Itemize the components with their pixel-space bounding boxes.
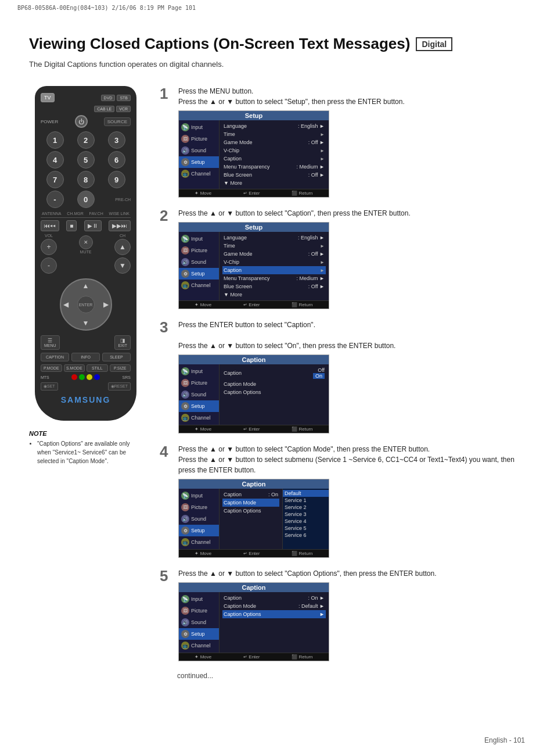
stop-button[interactable]: ■ xyxy=(66,220,77,231)
step-3-number: 3 xyxy=(160,320,171,335)
steps-area: 1 Press the MENU button.Press the ▲ or ▼… xyxy=(160,86,525,680)
srs-label: SRS xyxy=(123,375,131,379)
s3-captionoptions: Caption Options xyxy=(222,388,326,396)
num-9-button[interactable]: 9 xyxy=(108,171,125,188)
s2-bluescreen: Blue Screen: Off ► xyxy=(222,282,326,291)
sleep-button[interactable]: SLEEP xyxy=(102,353,131,361)
s2-channel-icon: 📺 xyxy=(181,281,189,289)
menu-button[interactable]: ☰ MENU xyxy=(41,335,60,350)
num-5-button[interactable]: 5 xyxy=(77,151,95,169)
step-1-menu-header: Setup xyxy=(179,111,329,120)
reset-button[interactable]: ◉RESET xyxy=(108,382,131,390)
rew-button[interactable]: ⏮◀◀ xyxy=(41,220,59,231)
exit-button[interactable]: ◨ EXIT xyxy=(114,335,131,350)
s3-channel-icon: 📺 xyxy=(181,414,189,422)
smode-button[interactable]: S.MODE xyxy=(64,364,85,372)
num-4-button[interactable]: 4 xyxy=(46,151,64,169)
s4-caption: Caption: On xyxy=(222,490,279,499)
step-2: 2 Press the ▲ or ▼ button to select "Cap… xyxy=(160,208,525,309)
s3-picture-icon: 🖼 xyxy=(181,379,189,387)
s5-picture-icon: 🖼 xyxy=(181,607,189,615)
s5-captionmode: Caption Mode: Default ► xyxy=(222,602,326,610)
s4-sound: 🔊 Sound xyxy=(179,513,219,525)
s2-vchip: V-Chip► xyxy=(222,258,326,266)
mts-label: MTS xyxy=(41,375,49,379)
dpad: ▲ ▼ ◀ ▶ ENTER xyxy=(60,278,112,331)
service-4: Service 4 xyxy=(283,518,329,525)
s5-caption: Caption: On ► xyxy=(222,594,326,602)
set-button[interactable]: ◉SET xyxy=(41,382,58,390)
s3-on: On xyxy=(313,373,325,379)
page-footer: English - 101 xyxy=(484,736,525,744)
menu-vchip: V-Chip► xyxy=(222,146,326,155)
step-5: 5 Press the ▲ or ▼ button to select "Cap… xyxy=(160,568,525,661)
menu-gamemode: Game Mode: Off ► xyxy=(222,138,326,146)
chmgr-label: CH.MGR xyxy=(67,212,83,216)
enter-button[interactable]: ENTER xyxy=(77,296,95,313)
red-button[interactable] xyxy=(71,374,77,380)
remote-control: TV DVD STB CAB LE VCR POWER ⏻ xyxy=(35,86,136,421)
num-3-button[interactable]: 3 xyxy=(108,131,125,149)
num-0-button[interactable]: 0 xyxy=(77,191,95,208)
green-button[interactable] xyxy=(79,374,85,380)
s2-picture: 🖼 Picture xyxy=(179,245,219,256)
mute-button[interactable]: ✕ xyxy=(79,235,93,249)
ch-down-button[interactable]: ▼ xyxy=(114,257,131,274)
s5-channel: 📺 Channel xyxy=(179,640,219,651)
num-8-button[interactable]: 8 xyxy=(77,171,95,188)
s4-input: 📡 Input xyxy=(179,490,219,501)
s2-more: ▼ More xyxy=(222,291,326,299)
ff-button[interactable]: ▶▶⏭ xyxy=(109,220,131,231)
ch-up-button[interactable]: ▲ xyxy=(114,239,131,255)
s5-captionoptions: Caption Options► xyxy=(222,610,326,618)
num-1-button[interactable]: 1 xyxy=(46,131,64,149)
s4-channel-icon: 📺 xyxy=(181,538,189,546)
vol-down-button[interactable]: - xyxy=(41,257,57,274)
tv-button[interactable]: TV xyxy=(41,93,55,102)
step-3-menu-footer: ✦ Move↵ Enter⬛ Return xyxy=(179,425,329,433)
s3-caption-item: Caption Off On xyxy=(222,366,326,380)
step-3-sidebar: 📡 Input 🖼 Picture 🔊 Sound xyxy=(179,364,220,425)
pmode-button[interactable]: P.MODE xyxy=(41,364,62,372)
power-label: POWER xyxy=(41,119,58,124)
still-button[interactable]: STILL xyxy=(87,364,108,372)
vol-up-button[interactable]: + xyxy=(41,239,57,255)
num-2-button[interactable]: 2 xyxy=(77,131,95,149)
vcr-button[interactable]: VCR xyxy=(116,106,131,112)
s2-caption: Caption► xyxy=(222,266,326,274)
num-7-button[interactable]: 7 xyxy=(46,171,64,188)
dpad-down-button[interactable]: ▼ xyxy=(82,319,89,327)
menu-time: Time► xyxy=(222,130,326,138)
yellow-button[interactable] xyxy=(87,374,92,380)
play-pause-button[interactable]: ▶⏸ xyxy=(84,220,102,231)
s4-captionmode: Caption Mode xyxy=(222,499,279,507)
psize-button[interactable]: P.SIZE xyxy=(110,364,131,372)
s5-input-icon: 📡 xyxy=(181,595,189,603)
digital-badge: Digital xyxy=(416,37,452,51)
step-5-menu-footer: ✦ Move↵ Enter⬛ Return xyxy=(179,653,329,661)
cable-button[interactable]: CAB LE xyxy=(94,106,114,112)
step-4-menu-header: Caption xyxy=(179,479,329,489)
sidebar-picture: 🖼 Picture xyxy=(179,133,219,145)
dpad-right-button[interactable]: ▶ xyxy=(103,300,109,309)
dpad-up-button[interactable]: ▲ xyxy=(82,282,89,290)
dvd-button[interactable]: DVD xyxy=(101,95,116,101)
s4-setup-icon: ⚙ xyxy=(181,526,189,535)
step-4-number: 4 xyxy=(160,444,171,459)
blue-button[interactable] xyxy=(94,374,100,380)
s2-sound: 🔊 Sound xyxy=(179,256,219,268)
num-6-button[interactable]: 6 xyxy=(108,151,125,169)
caption-button[interactable]: CAPTION xyxy=(41,353,69,361)
color-buttons xyxy=(71,374,100,380)
stb-button[interactable]: STB xyxy=(117,95,131,101)
s2-input: 📡 Input xyxy=(179,233,219,245)
source-button[interactable]: SOURCE xyxy=(104,117,131,126)
power-button[interactable]: ⏻ xyxy=(75,115,88,128)
service-5: Service 5 xyxy=(283,525,329,532)
info-button[interactable]: INFO xyxy=(71,353,100,361)
setup-icon: ⚙ xyxy=(181,158,189,166)
step-3-menu-header: Caption xyxy=(179,355,329,364)
dpad-left-button[interactable]: ◀ xyxy=(63,300,69,309)
num-dash-button[interactable]: - xyxy=(46,191,64,208)
step-1-sidebar: 📡 Input 🖼 Picture 🔊 Sound xyxy=(179,120,220,189)
